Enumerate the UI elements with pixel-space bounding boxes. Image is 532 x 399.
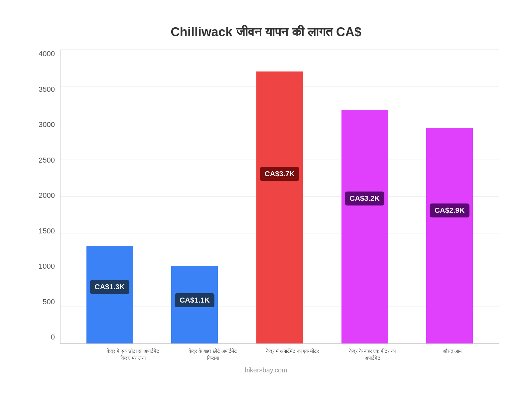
bar-item: CA$3.2K: [335, 50, 395, 343]
bar-value-label: CA$3.2K: [345, 192, 384, 205]
bars-group: CA$1.3KCA$1.1KCA$3.7KCA$3.2KCA$2.9K: [61, 50, 499, 343]
bar: CA$3.2K: [341, 110, 388, 343]
bar-item: CA$1.3K: [80, 50, 140, 343]
x-axis-label: केंद्र के बाहर एक मीटर का अपार्टमेंट: [342, 347, 402, 361]
bar-item: CA$3.7K: [250, 50, 310, 343]
chart-inner: 05001000150020002500300035004000 CA$1.3K…: [33, 50, 499, 361]
y-axis-label: 1500: [39, 227, 55, 235]
bar-value-label: CA$1.1K: [175, 293, 214, 307]
x-axis-label: केंद्र में अपार्टमेंट का एक मीटर: [263, 347, 323, 361]
bar: CA$1.1K: [171, 266, 218, 343]
x-labels: केंद्र में एक छोटा सा अपार्टमेंट किराए प…: [86, 344, 499, 361]
x-axis-label: केंद्र के बाहर छोटे अपार्टमेंट किराया: [183, 347, 243, 361]
y-axis-label: 500: [43, 298, 55, 306]
y-axis-label: 0: [51, 333, 55, 341]
y-axis-label: 3500: [39, 85, 55, 94]
x-axis-label: औसत आय: [422, 347, 482, 361]
bar-value-label: CA$2.9K: [430, 203, 469, 217]
bar-value-label: CA$3.7K: [260, 167, 299, 181]
bars-section: CA$1.3KCA$1.1KCA$3.7KCA$3.2KCA$2.9K केंद…: [60, 50, 499, 361]
bar-value-label: CA$1.3K: [90, 280, 129, 294]
bar: CA$1.3K: [86, 246, 133, 343]
chart-title: Chilliwack जीवन यापन की लागत CA$: [171, 25, 361, 40]
y-axis-label: 3000: [39, 120, 55, 129]
bar: CA$2.9K: [426, 128, 473, 343]
y-axis-label: 2000: [39, 191, 55, 200]
footer-text: hikersbay.com: [245, 366, 287, 374]
x-axis-label: केंद्र में एक छोटा सा अपार्टमेंट किराए प…: [103, 347, 163, 361]
chart-area: 05001000150020002500300035004000 CA$1.3K…: [33, 50, 499, 361]
bar-item: CA$1.1K: [165, 50, 224, 343]
y-axis: 05001000150020002500300035004000: [33, 50, 60, 361]
y-axis-label: 1000: [39, 262, 55, 271]
bar: CA$3.7K: [256, 71, 303, 343]
bar-item: CA$2.9K: [420, 50, 479, 343]
y-axis-label: 2500: [39, 156, 55, 165]
chart-container: Chilliwack जीवन यापन की लागत CA$ 0500100…: [33, 25, 499, 374]
bars-wrapper: CA$1.3KCA$1.1KCA$3.7KCA$3.2KCA$2.9K: [60, 50, 499, 344]
y-axis-label: 4000: [39, 50, 55, 58]
